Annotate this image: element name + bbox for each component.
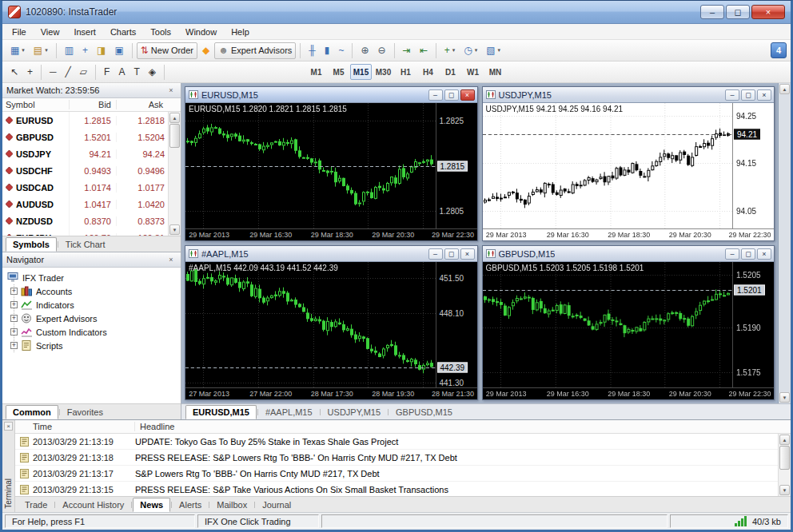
menu-item-file[interactable]: File (5, 25, 34, 39)
new-order-button[interactable]: ⇅New Order (137, 42, 197, 59)
chart-close-button[interactable]: × (460, 89, 475, 101)
market-watch-toggle-button[interactable]: ▥ (61, 42, 78, 59)
scroll-up-icon[interactable]: ▲ (779, 84, 790, 94)
chart-close-button[interactable]: × (757, 248, 771, 260)
market-watch-row-usdjpy[interactable]: USDJPY94.2194.24 (2, 145, 168, 162)
mdi-scrollbar[interactable]: ▲ ▼ (778, 83, 791, 403)
minimize-button[interactable]: – (700, 5, 724, 19)
news-row[interactable]: 2013/03/29 21:13:18PRESS RELEASE: S&P Lo… (15, 450, 778, 466)
channel-tool-button[interactable]: ▱ (76, 64, 91, 81)
menu-item-window[interactable]: Window (178, 25, 224, 39)
market-watch-scrollbar[interactable]: ▲ ▼ (168, 112, 181, 236)
crosshair-tool-button[interactable]: + (23, 64, 37, 81)
chart-minimize-button[interactable]: – (725, 89, 739, 101)
maximize-button[interactable]: ◻ (726, 5, 750, 19)
market-watch-row-audusd[interactable]: AUDUSD1.04171.0420 (2, 196, 168, 212)
news-row[interactable]: 2013/03/29 21:13:15PRESS RELEASE: S&P Ta… (15, 482, 778, 496)
new-chart-button[interactable]: ▦▾ (6, 42, 29, 59)
chart-window-titlebar[interactable]: USDJPY,M15–◻× (483, 87, 775, 103)
periods-menu-button[interactable]: ◷▾ (460, 42, 481, 59)
market-watch-row-usdchf[interactable]: USDCHF0.94930.9496 (2, 162, 168, 179)
chart-minimize-button[interactable]: – (428, 248, 443, 260)
expand-icon[interactable]: + (10, 342, 18, 349)
navigator-tab-favorites[interactable]: Favorites (61, 405, 110, 419)
label-tool-button[interactable]: T (130, 64, 143, 81)
chart-restore-button[interactable]: ◻ (444, 248, 459, 260)
shapes-tool-button[interactable]: ◈ (145, 64, 160, 81)
market-watch-row-eurusd[interactable]: EURUSD1.28151.2818 (2, 112, 168, 129)
timeframe-h4[interactable]: H4 (417, 64, 439, 80)
terminal-tab-mailbox[interactable]: Mailbox (210, 498, 253, 512)
navigator-toggle-button[interactable]: ◨ (93, 42, 110, 59)
expand-icon[interactable]: + (10, 315, 18, 322)
expand-icon[interactable]: + (10, 288, 18, 295)
horizontal-line-tool-button[interactable]: ─ (46, 64, 61, 81)
chart-tab-gbpusd-m15[interactable]: GBPUSD,M15 (389, 405, 459, 419)
status-one-click-trading[interactable]: IFX One Click Trading (197, 514, 319, 528)
chart-minimize-button[interactable]: – (725, 248, 739, 260)
scroll-up-icon[interactable]: ▲ (779, 435, 790, 445)
timeframe-m30[interactable]: M30 (373, 64, 394, 80)
navigator-item-scripts[interactable]: +Scripts (14, 339, 179, 352)
zoom-in-button[interactable]: ⊕ (357, 42, 373, 59)
text-tool-button[interactable]: A (114, 64, 129, 81)
timeframe-m15[interactable]: M15 (350, 64, 372, 80)
close-button[interactable]: × (751, 5, 785, 19)
chart-canvas-eurusd[interactable] (185, 103, 436, 228)
zoom-out-button[interactable]: ⊖ (374, 42, 390, 59)
terminal-tab-news[interactable]: News (133, 498, 170, 512)
news-row[interactable]: 2013/03/29 21:13:17S&P Lowers Rtg To 'BB… (15, 466, 778, 482)
terminal-tab-alerts[interactable]: Alerts (173, 498, 208, 512)
auto-scroll-button[interactable]: ⇥ (399, 42, 415, 59)
navigator-item-custom-indicators[interactable]: +Custom Indicators (14, 325, 179, 339)
market-watch-tab-tick-chart[interactable]: Tick Chart (59, 237, 112, 252)
market-watch-row-gbpusd[interactable]: GBPUSD1.52011.5204 (2, 129, 168, 145)
chart-plot-area[interactable]: #AAPL,M15 442.09 443.19 441.52 442.39 (185, 262, 436, 387)
navigator-close-icon[interactable]: × (165, 255, 177, 265)
data-window-toggle-button[interactable]: + (78, 42, 92, 59)
chart-plot-area[interactable]: USDJPY,M15 94.21 94.25 94.16 94.21 (483, 103, 733, 228)
timeframe-h1[interactable]: H1 (395, 64, 416, 80)
market-watch-tab-symbols[interactable]: Symbols (6, 237, 57, 252)
chart-close-button[interactable]: × (460, 248, 475, 260)
chart-tab-aapl-m15[interactable]: #AAPL,M15 (259, 405, 319, 419)
chart-minimize-button[interactable]: – (428, 89, 443, 101)
notification-button[interactable]: 4 (771, 42, 787, 58)
expand-icon[interactable]: + (10, 301, 18, 308)
chart-restore-button[interactable]: ◻ (741, 89, 755, 101)
title-bar[interactable]: 1020890: InstaTrader – ◻ × (2, 1, 791, 24)
chart-restore-button[interactable]: ◻ (741, 248, 755, 260)
navigator-tab-common[interactable]: Common (6, 405, 58, 419)
chart-window-titlebar[interactable]: #AAPL,M15–◻× (185, 246, 477, 262)
menu-item-tools[interactable]: Tools (143, 25, 178, 39)
scroll-up-icon[interactable]: ▲ (169, 113, 180, 123)
navigator-item-expert-advisors[interactable]: +Expert Advisors (14, 312, 179, 325)
fibonacci-tool-button[interactable]: F (100, 64, 114, 81)
cursor-tool-button[interactable]: ↖ (6, 64, 22, 81)
timeframe-mn[interactable]: MN (484, 64, 506, 80)
chart-plot-area[interactable]: GBPUSD,M15 1.5203 1.5205 1.5198 1.5201 (483, 262, 733, 387)
expert-advisors-button[interactable]: ☻Expert Advisors (214, 42, 296, 59)
chart-plot-area[interactable]: EURUSD,M15 1.2820 1.2821 1.2815 1.2815 (185, 103, 436, 228)
chart-close-button[interactable]: × (757, 89, 771, 101)
terminal-tab-journal[interactable]: Journal (256, 498, 297, 512)
timeframe-w1[interactable]: W1 (462, 64, 484, 80)
terminal-close-icon[interactable]: × (4, 422, 13, 431)
scroll-down-icon[interactable]: ▼ (779, 392, 790, 403)
profiles-button[interactable]: ▤▾ (30, 42, 52, 59)
scroll-thumb[interactable] (779, 446, 790, 470)
scroll-down-icon[interactable]: ▼ (779, 485, 790, 495)
terminal-toggle-button[interactable]: ▣ (110, 42, 127, 59)
candles-mode-button[interactable]: ▮ (321, 42, 334, 59)
market-watch-close-icon[interactable]: × (165, 85, 177, 96)
timeframe-d1[interactable]: D1 (440, 64, 461, 80)
chart-window-titlebar[interactable]: GBPUSD,M15–◻× (483, 246, 775, 262)
market-watch-row-nzdusd[interactable]: NZDUSD0.83700.8373 (2, 212, 168, 229)
scroll-down-icon[interactable]: ▼ (169, 224, 180, 235)
indicators-list-button[interactable]: +▾ (440, 42, 460, 59)
bars-mode-button[interactable]: ╫ (305, 42, 320, 59)
chart-restore-button[interactable]: ◻ (444, 89, 459, 101)
menu-item-insert[interactable]: Insert (66, 25, 103, 39)
expand-icon[interactable]: + (10, 328, 18, 335)
market-watch-row-usdcad[interactable]: USDCAD1.01741.0177 (2, 179, 168, 196)
